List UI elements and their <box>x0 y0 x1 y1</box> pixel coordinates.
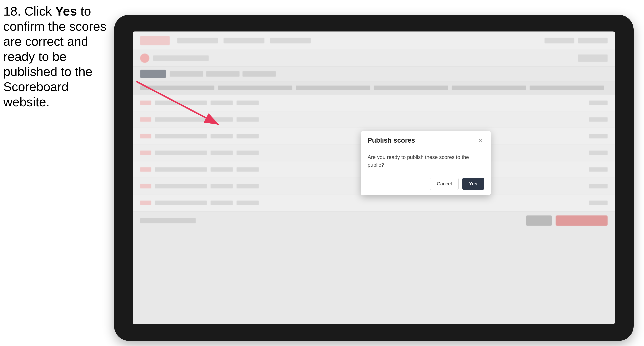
dialog-overlay: Publish scores × Are you ready to publis… <box>133 31 615 324</box>
cancel-button[interactable]: Cancel <box>430 178 459 190</box>
tablet-device: Publish scores × Are you ready to publis… <box>114 15 634 341</box>
bold-yes: Yes <box>55 4 77 18</box>
publish-scores-dialog: Publish scores × Are you ready to publis… <box>361 131 491 195</box>
dialog-message: Are you ready to publish these scores to… <box>361 148 491 174</box>
instruction-text: 18. Click Yes to confirm the scores are … <box>3 4 113 110</box>
tablet-screen: Publish scores × Are you ready to publis… <box>133 31 615 324</box>
step-number: 18. <box>3 4 21 18</box>
dialog-title: Publish scores <box>368 137 415 144</box>
dialog-footer: Cancel Yes <box>361 174 491 195</box>
dialog-close-button[interactable]: × <box>477 137 484 144</box>
yes-button[interactable]: Yes <box>462 178 484 190</box>
dialog-header: Publish scores × <box>361 131 491 148</box>
